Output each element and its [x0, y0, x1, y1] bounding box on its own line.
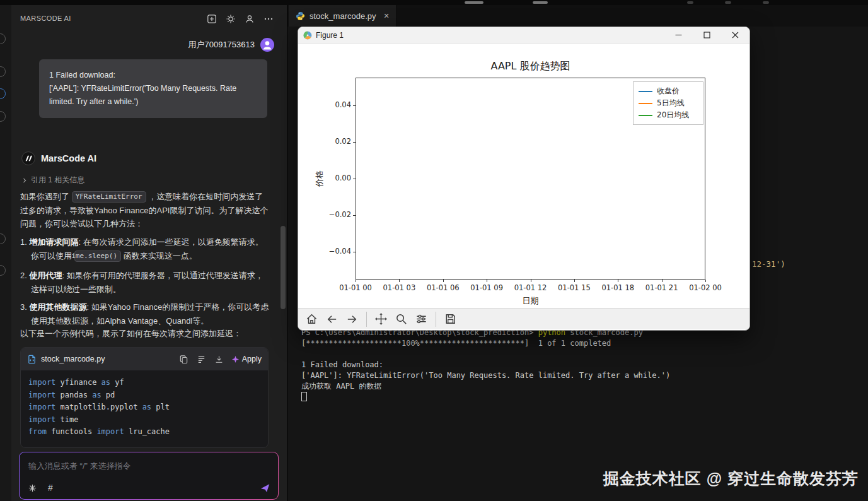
legend-line-swatch — [639, 103, 652, 104]
python-icon — [296, 11, 305, 21]
scrollbar-thumb[interactable] — [281, 226, 286, 309]
activity-bar-icon[interactable] — [0, 66, 6, 77]
x-tick-mark — [705, 280, 706, 282]
legend-label: 收盘价 — [657, 86, 680, 97]
chat-input-placeholder: 输入消息或者 “/” 来选择指令 — [28, 461, 131, 472]
list-item: 3. 使用其他数据源: 如果Yahoo Finance的限制过于严格，你可以考虑… — [20, 300, 270, 327]
assistant-paragraph: 以下是一个示例代码，展示了如何在每次请求之间添加延迟： — [20, 327, 270, 341]
tab-label: stock_marcode.py — [310, 11, 376, 21]
marscode-panel: MARSCODE AI 用户70091753613 — [11, 5, 279, 501]
tab-stock-marcode[interactable]: stock_marcode.py ✕ — [289, 5, 397, 27]
x-tick-mark — [356, 280, 356, 282]
x-tick-mark — [662, 280, 663, 282]
activity-bar-icon[interactable] — [0, 233, 6, 244]
zoom-icon[interactable] — [393, 310, 410, 327]
assistant-paragraph: 如果你遇到了 YFRateLimitError ，这意味着你在短时间内发送了过多… — [20, 190, 270, 231]
tab-bar: stock_marcode.py ✕ — [287, 5, 868, 27]
list-number: 1. — [20, 237, 29, 247]
insert-code-icon[interactable] — [214, 353, 225, 365]
assistant-header: MarsCode AI — [21, 151, 96, 165]
configure-subplots-icon[interactable] — [413, 310, 430, 327]
code-card-actions: Apply — [178, 353, 262, 365]
inline-code-chip: YFRateLimitError — [72, 191, 146, 203]
more-options-icon[interactable] — [261, 11, 276, 27]
activity-bar-icon[interactable] — [0, 88, 6, 99]
figure-titlebar[interactable]: Figure 1 — [298, 27, 749, 44]
apply-label: Apply — [242, 355, 262, 363]
legend-entry: 5日均线 — [639, 97, 698, 109]
titlebar-fragment — [687, 1, 693, 4]
sparkle-icon — [231, 355, 240, 363]
maximize-button[interactable] — [693, 27, 721, 43]
terminal-line: [*********************100%**************… — [301, 338, 670, 349]
list-item: 1. 增加请求间隔: 在每次请求之间添加一些延迟，以避免频繁请求。你可以使用 t… — [20, 235, 270, 262]
share-user-icon[interactable] — [242, 11, 257, 27]
tab-close-icon[interactable]: ✕ — [384, 12, 390, 20]
activity-bar-icon[interactable] — [0, 33, 6, 44]
legend-entry: 20日均线 — [639, 109, 698, 121]
chat-input[interactable]: 输入消息或者 “/” 来选择指令 # — [20, 452, 278, 499]
panel-actions — [204, 11, 276, 27]
chat-input-border: 输入消息或者 “/” 来选择指令 # — [19, 452, 279, 500]
x-tick-mark — [531, 280, 531, 282]
legend-line-swatch — [639, 115, 652, 116]
text-segment: : 如果你有可用的代理服务器，可以通过代理发送请求，这样可以绕过一些限制。 — [31, 271, 263, 294]
terminal-line: 1 Failed download: — [301, 360, 670, 370]
new-chat-icon[interactable] — [204, 11, 219, 27]
reference-label: 引用 1 相关信息 — [31, 175, 84, 186]
x-tick-label: 01-01 09 — [470, 283, 503, 292]
send-icon[interactable] — [260, 483, 270, 493]
home-icon[interactable] — [303, 310, 320, 327]
sidebar-scrollbar[interactable] — [279, 5, 287, 501]
close-button[interactable] — [721, 27, 749, 43]
x-tick-mark — [399, 280, 400, 282]
text-segment: 如果你遇到了 — [20, 192, 72, 201]
list-title: 使用其他数据源 — [29, 302, 86, 312]
x-tick-mark — [618, 280, 618, 282]
titlebar-fragment — [533, 1, 548, 4]
terminal-line — [301, 349, 670, 360]
forward-icon[interactable] — [344, 310, 361, 327]
reference-toggle[interactable]: 引用 1 相关信息 — [21, 175, 84, 186]
legend-line-swatch — [639, 91, 652, 92]
titlebar-fragment — [465, 1, 483, 4]
copy-icon[interactable] — [178, 353, 190, 365]
y-tick-label: 0.04 — [321, 100, 351, 109]
figure-title: Figure 1 — [316, 31, 344, 40]
code-filename: stock_marcode.py — [41, 355, 105, 363]
terminal-output: PS C:\Users\Administrator\Desktop\stock_… — [301, 327, 670, 392]
settings-gear-icon[interactable] — [223, 11, 238, 27]
minimize-button[interactable] — [664, 27, 693, 43]
activity-bar-icon[interactable] — [0, 111, 6, 122]
x-tick-label: 01-01 06 — [427, 283, 460, 292]
apply-button[interactable]: Apply — [231, 355, 262, 363]
terminal-cursor — [301, 392, 307, 401]
x-tick-label: 01-01 18 — [601, 283, 634, 292]
hash-icon[interactable]: # — [48, 483, 53, 493]
legend-label: 5日均线 — [657, 98, 685, 109]
y-axis-label: 价格 — [314, 170, 325, 187]
skills-icon[interactable] — [28, 483, 37, 493]
activity-bar-icon[interactable] — [0, 265, 6, 276]
user-message-quote: 1 Failed download: ['AAPL']: YFRateLimit… — [39, 59, 267, 118]
figure-toolbar — [298, 308, 749, 329]
legend-label: 20日均线 — [657, 110, 689, 121]
save-icon[interactable] — [442, 310, 459, 327]
back-icon[interactable] — [323, 310, 340, 327]
panel-title: MARSCODE AI — [20, 15, 71, 22]
code-card: stock_marcode.py Apply — [20, 347, 269, 448]
figure-window: Figure 1 AAPL 股价趋势图 价格 日期 0.040.020.00−0… — [298, 27, 750, 331]
panel-header: MARSCODE AI — [11, 11, 279, 27]
x-tick-label: 01-01 12 — [514, 283, 547, 292]
y-tick-label: −0.02 — [321, 210, 351, 219]
user-name: 用户70091753613 — [188, 39, 255, 50]
pan-icon[interactable] — [373, 310, 390, 327]
document-lines-icon[interactable] — [196, 353, 207, 365]
assistant-name: MarsCode AI — [41, 153, 96, 163]
code-line: import yfinance as yf — [28, 377, 260, 389]
chat-input-actions: # — [28, 483, 53, 493]
marscode-logo-icon — [21, 151, 35, 165]
list-title: 使用代理 — [29, 271, 62, 280]
x-tick-label: 01-02 00 — [689, 283, 722, 292]
x-tick-mark — [574, 280, 575, 282]
